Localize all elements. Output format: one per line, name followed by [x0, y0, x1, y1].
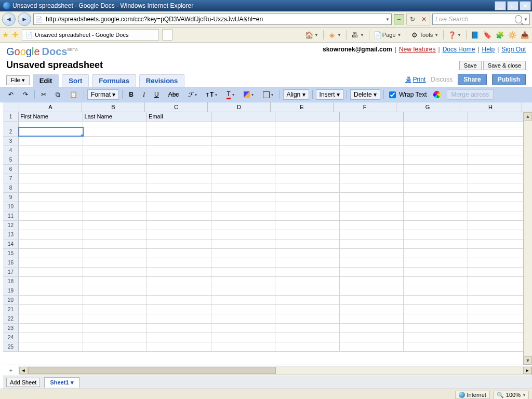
column-header-H[interactable]: H: [459, 102, 522, 112]
cell-C10[interactable]: [147, 202, 211, 211]
cell-A11[interactable]: [19, 211, 83, 220]
cell-A15[interactable]: [19, 249, 83, 258]
cell-H10[interactable]: [468, 202, 532, 211]
cell-B[interactable]: [83, 122, 147, 127]
cell-G14[interactable]: [404, 240, 468, 248]
cell-A23[interactable]: [19, 324, 83, 332]
cell-D18[interactable]: [211, 277, 275, 286]
cell-E10[interactable]: [275, 202, 339, 211]
cell-G16[interactable]: [404, 258, 468, 267]
refresh-button[interactable]: ↻: [407, 14, 418, 24]
cell-G8[interactable]: [404, 183, 468, 192]
cell-C2[interactable]: [147, 127, 211, 136]
cell-G11[interactable]: [404, 211, 468, 220]
cell-A[interactable]: [19, 122, 83, 127]
cell-F3[interactable]: [340, 137, 404, 145]
scroll-up-arrow[interactable]: ▲: [524, 112, 532, 121]
cell-H16[interactable]: [468, 258, 532, 267]
cell-E8[interactable]: [275, 183, 339, 192]
cell-H6[interactable]: [468, 165, 532, 174]
ext-icon-4[interactable]: 🔆: [507, 31, 517, 39]
row-header[interactable]: 7: [3, 174, 19, 183]
cell-B20[interactable]: [83, 296, 147, 304]
cell-H5[interactable]: [468, 155, 532, 164]
cell-B13[interactable]: [83, 230, 147, 239]
cell-D14[interactable]: [211, 240, 275, 248]
cell-G24[interactable]: [404, 333, 468, 342]
cell-H15[interactable]: [468, 249, 532, 258]
font-family-button[interactable]: ℱ▾: [185, 89, 200, 100]
cell-G17[interactable]: [404, 268, 468, 276]
row-header[interactable]: 19: [3, 286, 19, 295]
tab-edit[interactable]: Edit: [33, 74, 59, 87]
cell-B22[interactable]: [83, 314, 147, 323]
paste-button[interactable]: 📋: [66, 89, 81, 100]
ext-icon-2[interactable]: 🔖: [482, 31, 493, 39]
tools-menu[interactable]: ⚙Tools▼: [409, 31, 440, 39]
cell-G12[interactable]: [404, 221, 468, 230]
column-header-A[interactable]: A: [19, 102, 82, 112]
add-row-indicator[interactable]: +: [3, 367, 19, 374]
cell-E15[interactable]: [275, 249, 339, 258]
cell-C15[interactable]: [147, 249, 211, 258]
wrap-text-checkbox[interactable]: [389, 91, 396, 98]
redo-button[interactable]: ↷: [20, 89, 31, 100]
cell-A22[interactable]: [19, 314, 83, 323]
publish-button[interactable]: Publish: [492, 74, 526, 85]
cell-B3[interactable]: [83, 137, 147, 145]
column-header-C[interactable]: C: [145, 102, 208, 112]
cell-C6[interactable]: [147, 165, 211, 174]
cell-F6[interactable]: [340, 165, 404, 174]
save-close-button[interactable]: Save & close: [483, 61, 526, 70]
cell-B2[interactable]: [83, 127, 147, 136]
cell-E21[interactable]: [275, 305, 339, 314]
cell-H20[interactable]: [468, 296, 532, 304]
cell-D[interactable]: [211, 122, 275, 127]
cell-D9[interactable]: [211, 193, 275, 202]
cell-D10[interactable]: [211, 202, 275, 211]
cell-B9[interactable]: [83, 193, 147, 202]
ext-icon-5[interactable]: 📥: [520, 31, 530, 39]
cell-D22[interactable]: [211, 314, 275, 323]
cell-A2[interactable]: [19, 127, 83, 136]
help-link[interactable]: Help: [482, 46, 495, 53]
cell-H12[interactable]: [468, 221, 532, 230]
cell-C21[interactable]: [147, 305, 211, 314]
cell-B24[interactable]: [83, 333, 147, 342]
row-header[interactable]: 5: [3, 155, 19, 164]
cell-F21[interactable]: [340, 305, 404, 314]
cell-H2[interactable]: [468, 127, 532, 136]
cell-G10[interactable]: [404, 202, 468, 211]
security-zone-panel[interactable]: Internet: [455, 391, 490, 399]
cell-D13[interactable]: [211, 230, 275, 239]
cell-D25[interactable]: [211, 342, 275, 351]
cell-E2[interactable]: [275, 127, 339, 136]
cell-G9[interactable]: [404, 193, 468, 202]
go-button[interactable]: →: [394, 14, 404, 24]
cut-button[interactable]: ✂: [38, 89, 49, 100]
tab-revisions[interactable]: Revisions: [139, 74, 184, 87]
cell-B7[interactable]: [83, 174, 147, 183]
cell-C24[interactable]: [147, 333, 211, 342]
cell-F[interactable]: [340, 122, 404, 127]
cell-E12[interactable]: [275, 221, 339, 230]
cell-A6[interactable]: [19, 165, 83, 174]
color-picker-button[interactable]: [430, 89, 444, 100]
cell-E17[interactable]: [275, 268, 339, 276]
cell-A13[interactable]: [19, 230, 83, 239]
cell-B17[interactable]: [83, 268, 147, 276]
cell-F25[interactable]: [340, 342, 404, 351]
cell-G19[interactable]: [404, 286, 468, 295]
cell-D11[interactable]: [211, 211, 275, 220]
add-sheet-button[interactable]: Add Sheet: [6, 378, 40, 387]
cell-H18[interactable]: [468, 277, 532, 286]
cell-E7[interactable]: [275, 174, 339, 183]
cell-H11[interactable]: [468, 211, 532, 220]
cell-F16[interactable]: [340, 258, 404, 267]
cell-D17[interactable]: [211, 268, 275, 276]
sign-out-link[interactable]: Sign Out: [501, 46, 526, 53]
cell-B5[interactable]: [83, 155, 147, 164]
cell-G25[interactable]: [404, 342, 468, 351]
cell-B10[interactable]: [83, 202, 147, 211]
insert-menu[interactable]: Insert ▾: [316, 89, 343, 100]
